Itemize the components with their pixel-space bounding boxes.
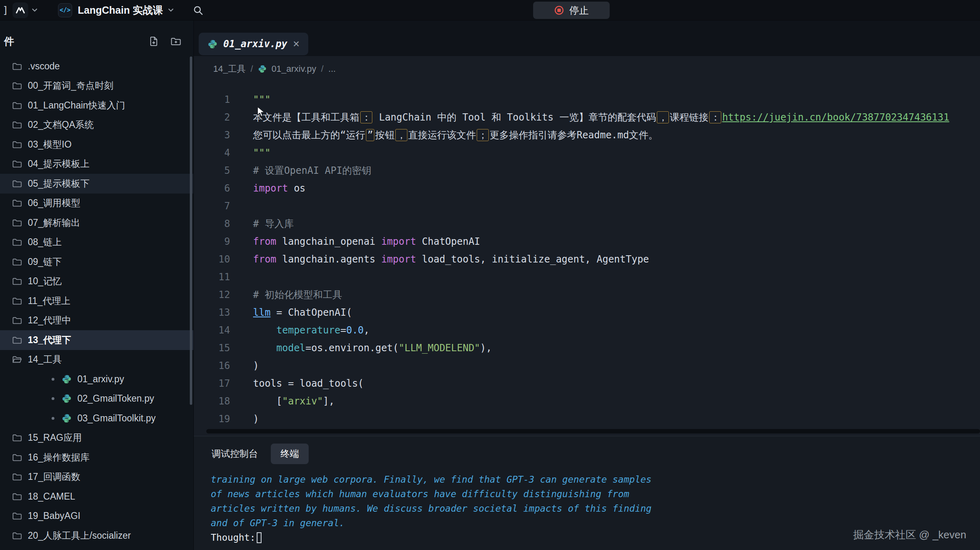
sidebar-item[interactable]: 03_GmailToolkit.py — [0, 408, 193, 428]
project-title[interactable]: LangChain 实战课 — [78, 4, 163, 17]
sidebar-item-label: 08_链上 — [28, 236, 62, 248]
code-line[interactable]: 6import os — [194, 179, 980, 197]
search-icon[interactable] — [193, 5, 203, 16]
editor-tab-strip: 01_arxiv.py × — [194, 21, 980, 56]
code-line[interactable]: 18 ["arxiv"], — [194, 392, 980, 410]
sidebar-item[interactable]: 00_开篇词_奇点时刻 — [0, 76, 193, 96]
tab-close-icon[interactable]: × — [293, 38, 299, 50]
code-line[interactable]: 19) — [194, 410, 980, 428]
sidebar-item[interactable] — [0, 546, 193, 550]
explorer-header: 件 — [0, 21, 193, 56]
line-number: 2 — [194, 108, 230, 126]
sidebar-item-label: 01_LangChain快速入门 — [28, 99, 125, 112]
sidebar-item[interactable]: 05_提示模板下 — [0, 174, 193, 194]
sidebar-item-label: 03_模型IO — [28, 138, 72, 151]
folder-icon — [12, 61, 22, 71]
sidebar-item[interactable]: 04_提示模板上 — [0, 154, 193, 174]
new-folder-icon[interactable] — [170, 36, 181, 47]
sidebar-item[interactable]: 17_回调函数 — [0, 467, 193, 487]
sidebar-item[interactable]: 10_记忆 — [0, 272, 193, 292]
app-logo[interactable] — [12, 2, 28, 18]
app-body: 件 .vscode00_开篇词_奇点时刻01_LangChain快速入门02_文… — [0, 21, 980, 550]
code-editor[interactable]: 1"""2本文件是【工具和工具箱： LangChain 中的 Tool 和 To… — [194, 82, 980, 436]
line-number: 17 — [194, 375, 230, 392]
code-line[interactable]: 5# 设置OpenAI API的密钥 — [194, 162, 980, 179]
code-text: 本文件是【工具和工具箱： LangChain 中的 Tool 和 Toolkit… — [253, 108, 949, 126]
folder-icon — [12, 198, 22, 208]
stop-button[interactable]: 停止 — [533, 2, 610, 19]
code-line[interactable]: 13llm = ChatOpenAI( — [194, 304, 980, 321]
logo-chevron-down-icon[interactable] — [31, 6, 39, 14]
code-text: # 导入库 — [253, 215, 294, 233]
code-text: """ — [253, 144, 270, 162]
sidebar-item[interactable]: 07_解析输出 — [0, 213, 193, 233]
code-line[interactable]: 9from langchain_openai import ChatOpenAI — [194, 233, 980, 250]
folder-icon — [12, 100, 22, 110]
sidebar-item[interactable]: 16_操作数据库 — [0, 448, 193, 467]
sidebar-item[interactable]: 19_BabyAGI — [0, 506, 193, 526]
code-line[interactable]: 4""" — [194, 144, 980, 162]
sidebar-item[interactable]: 15_RAG应用 — [0, 428, 193, 448]
code-line[interactable]: 8# 导入库 — [194, 215, 980, 233]
sidebar-item[interactable]: 11_代理上 — [0, 291, 193, 311]
code-text: ) — [253, 357, 259, 375]
line-number: 19 — [194, 410, 230, 428]
breadcrumb: 14_工具 / 01_arxiv.py / ... — [194, 56, 980, 82]
breadcrumb-file[interactable]: 01_arxiv.py — [272, 64, 316, 74]
new-file-icon[interactable] — [148, 36, 159, 47]
sidebar-item[interactable]: 12_代理中 — [0, 311, 193, 331]
tab-terminal[interactable]: 终端 — [271, 444, 309, 464]
sidebar-item[interactable]: 03_模型IO — [0, 135, 193, 154]
sidebar-item[interactable]: 08_链上 — [0, 233, 193, 252]
code-line[interactable]: 11 — [194, 268, 980, 286]
code-line[interactable]: 10from langchain.agents import load_tool… — [194, 250, 980, 268]
python-icon — [62, 413, 72, 423]
sidebar-item[interactable]: 20_人脉工具上/socializer — [0, 526, 193, 546]
file-explorer-sidebar: 件 .vscode00_开篇词_奇点时刻01_LangChain快速入门02_文… — [0, 21, 194, 550]
folder-icon — [12, 218, 22, 228]
sidebar-item[interactable]: 18_CAMEL — [0, 487, 193, 506]
code-line[interactable]: 2本文件是【工具和工具箱： LangChain 中的 Tool 和 Toolki… — [194, 108, 980, 126]
code-line[interactable]: 14 temperature=0.0, — [194, 321, 980, 339]
editor-tab[interactable]: 01_arxiv.py × — [199, 33, 308, 55]
breadcrumb-separator: / — [321, 64, 324, 74]
code-line[interactable]: 1""" — [194, 91, 980, 108]
code-line[interactable]: 17tools = load_tools( — [194, 375, 980, 392]
code-line[interactable]: 15 model=os.environ.get("LLM_MODELEND"), — [194, 339, 980, 357]
code-line[interactable]: 12# 初始化模型和工具 — [194, 286, 980, 304]
sidebar-item-label: 19_BabyAGI — [28, 510, 80, 521]
horizontal-scrollbar[interactable] — [206, 429, 980, 433]
code-text: llm = ChatOpenAI( — [253, 304, 352, 321]
code-text: import os — [253, 179, 305, 197]
breadcrumb-symbol[interactable]: ... — [328, 64, 336, 74]
line-number: 18 — [194, 392, 230, 410]
sidebar-item[interactable]: 01_LangChain快速入门 — [0, 96, 193, 115]
sidebar-item-label: 10_记忆 — [28, 275, 62, 288]
sidebar-item-label: 18_CAMEL — [28, 491, 75, 502]
panel-tabs: 调试控制台 终端 — [211, 444, 980, 464]
tab-debug-console[interactable]: 调试控制台 — [211, 444, 259, 464]
sidebar-item[interactable]: 14_工具 — [0, 350, 193, 370]
line-number: 11 — [194, 268, 230, 286]
sidebar-scrollbar[interactable] — [190, 56, 192, 405]
line-number: 4 — [194, 144, 230, 162]
code-line[interactable]: 3您可以点击最上方的“运行”按钮，直接运行该文件；更多操作指引请参考Readme… — [194, 126, 980, 144]
code-text: ["arxiv"], — [253, 392, 334, 410]
project-chevron-down-icon[interactable] — [167, 6, 175, 14]
terminal-line: of news articles which human evaluators … — [211, 487, 980, 501]
code-line[interactable]: 7 — [194, 197, 980, 215]
sidebar-item[interactable]: 02_文档QA系统 — [0, 115, 193, 135]
sidebar-item[interactable]: 13_代理下 — [0, 330, 193, 350]
stop-icon — [554, 5, 564, 15]
line-number: 12 — [194, 286, 230, 304]
sidebar-item-label: 00_开篇词_奇点时刻 — [28, 79, 113, 92]
sidebar-item[interactable]: 09_链下 — [0, 252, 193, 272]
line-number: 14 — [194, 321, 230, 339]
sidebar-item[interactable]: 01_arxiv.py — [0, 369, 193, 389]
code-line[interactable]: 16) — [194, 357, 980, 375]
sidebar-item[interactable]: 06_调用模型 — [0, 194, 193, 213]
sidebar-item[interactable]: .vscode — [0, 56, 193, 76]
breadcrumb-folder[interactable]: 14_工具 — [213, 63, 246, 75]
python-icon — [62, 374, 72, 384]
sidebar-item[interactable]: 02_GmailToken.py — [0, 389, 193, 409]
